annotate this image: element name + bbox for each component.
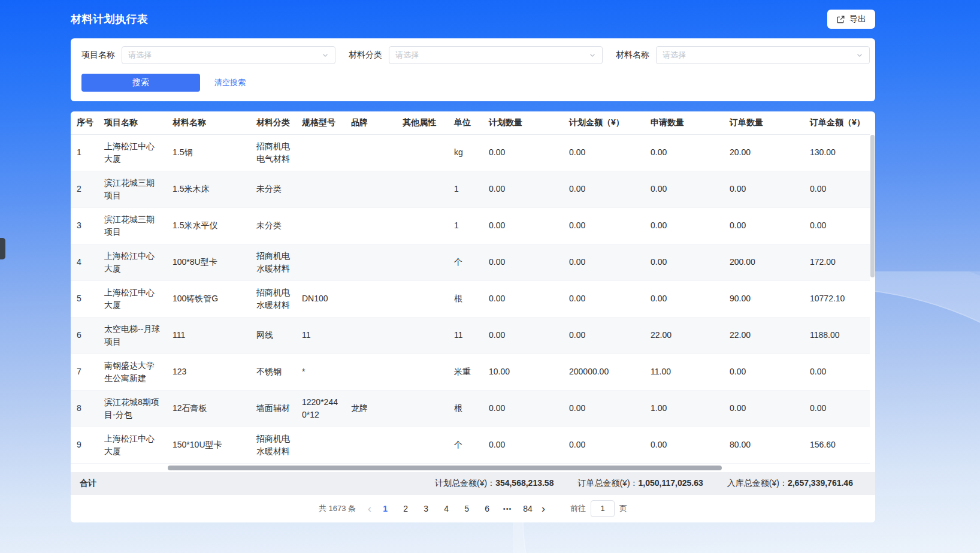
table-cell: 招商机电电气材料 <box>250 134 296 171</box>
summary-item-value: 354,568,213.58 <box>495 478 553 488</box>
table-cell: 0.00 <box>563 427 645 463</box>
table-row: 4上海松江中心大厦100*8U型卡招商机电水暖材料个0.000.000.0020… <box>71 244 870 280</box>
page-number-button[interactable]: 84 <box>519 500 537 518</box>
table-row: 7南钢盛达大学生公寓新建123不锈钢*米重10.00200000.0011.00… <box>71 353 870 390</box>
table-cell: DN100 <box>296 280 345 317</box>
search-button[interactable]: 搜索 <box>81 74 200 92</box>
table-cell: 4 <box>71 244 98 280</box>
table-cell: 上海松江中心大厦 <box>98 280 167 317</box>
vertical-scrollbar-thumb[interactable] <box>870 135 875 277</box>
table-cell: 个 <box>448 244 483 280</box>
goto-label: 前往 <box>570 503 586 514</box>
material-category-placeholder: 请选择 <box>395 50 419 61</box>
table-cell: 南钢盛达大学生公寓新建 <box>98 353 167 390</box>
filter-field-material-name: 材料名称 请选择 <box>616 46 870 64</box>
page-number-button[interactable]: 5 <box>458 500 476 518</box>
table-cell: 150*10U型卡 <box>167 427 250 463</box>
table-cell <box>345 317 397 353</box>
filter-card: 项目名称 请选择 材料分类 请选择 材料名称 请选 <box>71 38 875 101</box>
table-cell: 6 <box>71 317 98 353</box>
table-cell <box>345 280 397 317</box>
pagination-ellipsis[interactable]: ••• <box>498 500 516 518</box>
summary-item-label: 计划总金额(¥)： <box>435 478 495 488</box>
table-cell: 网线 <box>250 317 296 353</box>
table-cell <box>397 280 448 317</box>
table-cell: 0.00 <box>483 390 563 427</box>
table-cell: 根 <box>448 280 483 317</box>
table-cell: kg <box>448 134 483 171</box>
table-cell <box>296 134 345 171</box>
table-cell: 0.00 <box>563 244 645 280</box>
table-cell: 1 <box>448 207 483 244</box>
table-cell: 滨江花城三期项目 <box>98 171 167 207</box>
content-area: 材料计划执行表 导出 项目名称 请选择 <box>71 0 875 522</box>
table-row: 5上海松江中心大厦100铸铁管G招商机电水暖材料DN100根0.000.000.… <box>71 280 870 317</box>
page-number-button[interactable]: 2 <box>397 500 415 518</box>
table-cell: 0.00 <box>563 171 645 207</box>
side-drawer-handle[interactable] <box>0 238 5 259</box>
table-cell: 0.00 <box>483 244 563 280</box>
page-number-button[interactable]: 6 <box>478 500 496 518</box>
summary-total-label: 合计 <box>80 478 96 489</box>
table-row: 9上海松江中心大厦150*10U型卡招商机电水暖材料个0.000.000.008… <box>71 427 870 463</box>
column-header: 计划数量 <box>483 111 563 134</box>
table-cell: 太空电梯--月球项目 <box>98 317 167 353</box>
page-number-button[interactable]: 4 <box>437 500 455 518</box>
column-header: 订单数量 <box>724 111 804 134</box>
export-icon <box>836 15 845 24</box>
table-row: 8滨江花城8期项目-分包12石膏板墙面辅材1220*2440*12龙牌根0.00… <box>71 390 870 427</box>
filter-row: 项目名称 请选择 材料分类 请选择 材料名称 请选 <box>81 46 864 64</box>
material-category-select[interactable]: 请选择 <box>389 46 603 64</box>
table-cell: 根 <box>448 390 483 427</box>
table-cell: 1.00 <box>645 390 724 427</box>
table-cell: 0.00 <box>483 171 563 207</box>
table-cell: 招商机电水暖材料 <box>250 244 296 280</box>
table-cell <box>397 353 448 390</box>
page-number-button[interactable]: 3 <box>417 500 435 518</box>
export-button[interactable]: 导出 <box>827 10 875 29</box>
table-cell: 0.00 <box>724 353 804 390</box>
table-cell <box>296 207 345 244</box>
table-cell: 招商机电水暖材料 <box>250 427 296 463</box>
planned-total: 计划总金额(¥)：354,568,213.58 <box>435 478 553 489</box>
next-page-button[interactable]: › <box>538 503 549 514</box>
goto-page-input[interactable] <box>591 500 615 517</box>
summary-item-label: 入库总金额(¥)： <box>727 478 788 488</box>
table-cell: 未分类 <box>250 171 296 207</box>
table-cell: 不锈钢 <box>250 353 296 390</box>
page-number-button[interactable]: 1 <box>376 500 394 518</box>
vertical-scrollbar[interactable] <box>870 135 875 458</box>
material-name-placeholder: 请选择 <box>663 50 686 61</box>
chevron-down-icon <box>589 52 596 59</box>
column-header: 项目名称 <box>98 111 167 134</box>
clear-search-link[interactable]: 清空搜索 <box>214 77 246 88</box>
table-cell: 0.00 <box>563 280 645 317</box>
table-cell <box>397 244 448 280</box>
table-wrap: 序号项目名称材料名称材料分类规格型号品牌其他属性单位计划数量计划金额（¥）申请数… <box>71 111 875 464</box>
table-cell: 墙面辅材 <box>250 390 296 427</box>
page-numbers: 123456•••84 <box>375 500 538 518</box>
table-cell: 200.00 <box>724 244 804 280</box>
table-cell <box>397 171 448 207</box>
table-cell: 0.00 <box>563 390 645 427</box>
table-cell: 1 <box>71 134 98 171</box>
table-cell: 0.00 <box>563 134 645 171</box>
summary-item-value: 1,050,117,025.63 <box>639 478 703 488</box>
horizontal-scrollbar-thumb[interactable] <box>168 466 722 470</box>
column-header: 单位 <box>448 111 483 134</box>
material-name-label: 材料名称 <box>616 50 649 61</box>
material-name-select[interactable]: 请选择 <box>656 46 870 64</box>
table-cell: 0.00 <box>645 207 724 244</box>
table-cell: 招商机电水暖材料 <box>250 280 296 317</box>
table-cell: 1.5米水平仪 <box>167 207 250 244</box>
column-header: 序号 <box>71 111 98 134</box>
project-name-select[interactable]: 请选择 <box>122 46 335 64</box>
table-cell: 22.00 <box>645 317 724 353</box>
table-cell <box>345 427 397 463</box>
horizontal-scrollbar[interactable] <box>71 464 875 472</box>
prev-page-button[interactable]: ‹ <box>364 503 375 514</box>
table-cell: 0.00 <box>724 390 804 427</box>
table-cell <box>397 134 448 171</box>
table-cell <box>397 207 448 244</box>
column-header: 规格型号 <box>296 111 345 134</box>
